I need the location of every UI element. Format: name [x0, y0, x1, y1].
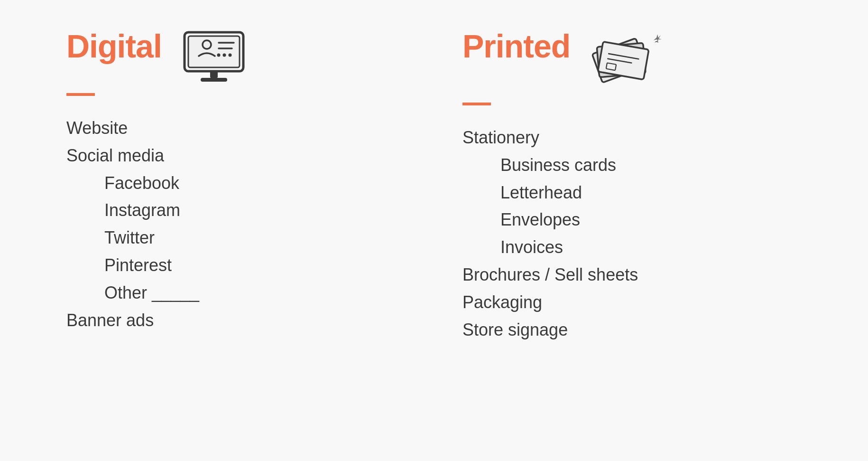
- digital-title: Digital: [66, 28, 162, 64]
- list-item: Store signage: [462, 317, 638, 343]
- list-item: Stationery: [462, 124, 638, 151]
- printed-items-list: Stationery Business cards Letterhead Env…: [462, 124, 638, 343]
- list-item: Facebook: [66, 170, 199, 197]
- digital-header: Digital: [66, 28, 247, 85]
- printed-divider: [462, 103, 491, 105]
- list-item: Social media: [66, 142, 199, 169]
- list-item: Website: [66, 115, 199, 141]
- svg-point-5: [217, 54, 220, 57]
- digital-divider: [66, 93, 95, 96]
- list-item: Banner ads: [66, 307, 199, 334]
- list-item: Invoices: [462, 234, 638, 261]
- digital-items-list: Website Social media Facebook Instagram …: [66, 115, 199, 333]
- list-item: Pinterest: [66, 252, 199, 279]
- list-item: Other _____: [66, 280, 199, 306]
- monitor-icon: [181, 28, 247, 85]
- cards-icon: [589, 28, 665, 95]
- list-item: Packaging: [462, 289, 638, 316]
- printed-title: Printed: [462, 28, 570, 64]
- list-item: Business cards: [462, 152, 638, 179]
- svg-rect-8: [210, 71, 218, 78]
- list-item: Instagram: [66, 197, 199, 224]
- digital-column: Digital: [38, 28, 434, 333]
- list-item: Brochures / Sell sheets: [462, 262, 638, 288]
- page-container: Digital: [0, 0, 868, 461]
- list-item: Letterhead: [462, 179, 638, 206]
- printed-column: Printed: [434, 28, 830, 343]
- list-item: Envelopes: [462, 207, 638, 233]
- svg-rect-1: [188, 36, 240, 67]
- svg-rect-9: [201, 78, 227, 82]
- svg-point-6: [222, 54, 226, 57]
- svg-point-7: [228, 54, 231, 57]
- list-item: Twitter: [66, 225, 199, 251]
- printed-header: Printed: [462, 28, 665, 95]
